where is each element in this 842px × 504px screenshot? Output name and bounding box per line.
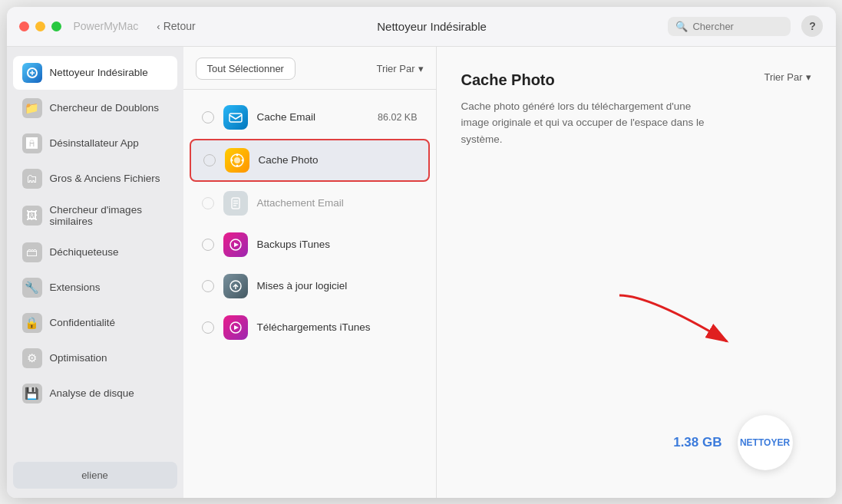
traffic-lights xyxy=(19,21,61,31)
chevron-left-icon: ‹ xyxy=(157,21,160,32)
sidebar-item-confidentialite[interactable]: 🔒 Confidentialité xyxy=(13,306,177,340)
label-cache-email: Cache Email xyxy=(257,111,369,123)
list-item-mises-jour[interactable]: Mises à jour logiciel xyxy=(190,266,430,306)
detail-title: Cache Photo xyxy=(461,71,811,89)
user-label: eliene xyxy=(81,469,108,481)
icon-attach-email xyxy=(223,191,248,216)
main-content: Nettoyeur Indésirable 📁 Chercheur de Dou… xyxy=(7,47,836,498)
right-panel: Cache Photo Cache photo généré lors du t… xyxy=(437,47,836,498)
svg-point-7 xyxy=(241,159,243,161)
label-backups-itunes: Backups iTunes xyxy=(257,239,418,250)
maximize-button[interactable] xyxy=(51,21,61,31)
doublons-icon: 📁 xyxy=(22,98,42,118)
list-item-telechargements[interactable]: Téléchargements iTunes xyxy=(190,308,430,348)
main-window: PowerMyMac ‹ Retour Nettoyeur Indésirabl… xyxy=(7,7,836,498)
middle-panel: Tout Sélectionner Trier Par ▾ Cache Emai… xyxy=(183,47,437,498)
sidebar-label-desinstallateur: Désinstallateur App xyxy=(50,137,139,149)
checkbox-cache-photo[interactable] xyxy=(203,154,216,166)
back-button[interactable]: ‹ Retour xyxy=(157,20,195,32)
sidebar-item-gros[interactable]: 🗂 Gros & Anciens Fichiers xyxy=(13,162,177,196)
icon-cache-email xyxy=(223,105,248,130)
sidebar-item-images[interactable]: 🖼 Chercheur d'images similaires xyxy=(13,197,177,234)
titlebar: PowerMyMac ‹ Retour Nettoyeur Indésirabl… xyxy=(7,7,836,47)
svg-point-6 xyxy=(230,159,233,161)
bottom-bar: 1.38 GB NETTOYER xyxy=(461,403,811,483)
app-name: PowerMyMac xyxy=(74,20,139,32)
analyse-icon: 💾 xyxy=(22,384,42,404)
optimisation-icon: ⚙ xyxy=(22,348,42,368)
sidebar-label-nettoyeur: Nettoyeur Indésirable xyxy=(50,67,148,78)
back-label: Retour xyxy=(163,20,196,32)
label-telechargements: Téléchargements iTunes xyxy=(257,321,418,333)
icon-backups-itunes xyxy=(223,232,248,257)
desinstallateur-icon: 🅰 xyxy=(22,133,42,153)
right-sort-button[interactable]: Trier Par ▾ xyxy=(764,71,811,83)
sidebar-item-nettoyeur[interactable]: Nettoyeur Indésirable xyxy=(13,56,177,90)
nettoyeur-icon xyxy=(22,63,42,83)
checkbox-telechargements[interactable] xyxy=(202,321,214,334)
help-button[interactable]: ? xyxy=(801,15,823,37)
sidebar-item-analyse[interactable]: 💾 Analyse de disque xyxy=(13,377,177,410)
label-cache-photo: Cache Photo xyxy=(259,154,416,166)
sidebar-item-optimisation[interactable]: ⚙ Optimisation xyxy=(13,341,177,375)
icon-mises-jour xyxy=(223,274,248,298)
header-title: Nettoyeur Indésirable xyxy=(377,20,487,33)
search-box[interactable]: 🔍 xyxy=(668,17,791,36)
search-icon: 🔍 xyxy=(675,21,688,32)
sidebar-label-gros: Gros & Anciens Fichiers xyxy=(50,173,160,184)
icon-cache-photo xyxy=(225,148,249,173)
sort-button[interactable]: Trier Par ▾ xyxy=(376,63,423,74)
images-icon: 🖼 xyxy=(22,206,42,226)
dechiq-icon: 🗃 xyxy=(22,242,42,262)
sidebar-label-extensions: Extensions xyxy=(50,282,101,293)
checkbox-mises-jour[interactable] xyxy=(202,280,214,292)
sidebar-label-analyse: Analyse de disque xyxy=(50,387,134,399)
sidebar-user: eliene xyxy=(13,462,177,489)
svg-rect-1 xyxy=(229,114,242,122)
checkbox-backups-itunes[interactable] xyxy=(202,239,214,251)
select-all-button[interactable]: Tout Sélectionner xyxy=(196,58,296,80)
sidebar-label-confidentialite: Confidentialité xyxy=(50,317,116,328)
confidentialite-icon: 🔒 xyxy=(22,313,42,333)
label-attach-email: Attachement Email xyxy=(257,197,418,209)
sidebar-label-images: Chercheur d'images similaires xyxy=(50,204,168,227)
sidebar-item-dechiq[interactable]: 🗃 Déchiqueteuse xyxy=(13,236,177,269)
svg-point-4 xyxy=(236,153,238,156)
red-arrow xyxy=(604,288,742,357)
minimize-button[interactable] xyxy=(35,21,45,31)
middle-toolbar: Tout Sélectionner Trier Par ▾ xyxy=(183,47,436,90)
search-input[interactable] xyxy=(692,21,783,32)
sidebar-label-dechiq: Déchiqueteuse xyxy=(50,246,119,258)
list-items: Cache Email 86.02 KB Cache Photo xyxy=(183,90,436,498)
sidebar-item-desinstallateur[interactable]: 🅰 Désinstallateur App xyxy=(13,127,177,160)
sidebar-label-optimisation: Optimisation xyxy=(50,352,107,364)
close-button[interactable] xyxy=(19,21,29,31)
extensions-icon: 🔧 xyxy=(22,278,42,298)
size-cache-email: 86.02 KB xyxy=(378,112,417,123)
list-item-cache-email[interactable]: Cache Email 86.02 KB xyxy=(190,97,430,137)
svg-point-5 xyxy=(236,164,238,166)
sidebar-item-doublons[interactable]: 📁 Chercheur de Doublons xyxy=(13,91,177,125)
sort-chevron-icon: ▾ xyxy=(418,63,424,74)
list-item-attach-email[interactable]: Attachement Email xyxy=(190,183,430,223)
sort-label: Trier Par xyxy=(376,63,414,74)
list-item-cache-photo[interactable]: Cache Photo xyxy=(190,139,430,182)
label-mises-jour: Mises à jour logiciel xyxy=(257,280,418,292)
total-size: 1.38 GB xyxy=(673,435,721,450)
list-item-backups-itunes[interactable]: Backups iTunes xyxy=(190,225,430,265)
checkbox-cache-email[interactable] xyxy=(202,111,214,124)
right-sort-chevron-icon: ▾ xyxy=(806,71,811,83)
sidebar-label-doublons: Chercheur de Doublons xyxy=(50,102,160,114)
icon-telechargements xyxy=(223,315,248,340)
right-sort-label: Trier Par xyxy=(764,71,802,83)
detail-description: Cache photo généré lors du téléchargemen… xyxy=(461,98,722,148)
svg-point-3 xyxy=(234,157,240,163)
sidebar-item-extensions[interactable]: 🔧 Extensions xyxy=(13,271,177,305)
checkbox-attach-email[interactable] xyxy=(202,197,214,209)
sidebar: Nettoyeur Indésirable 📁 Chercheur de Dou… xyxy=(7,47,183,498)
clean-button[interactable]: NETTOYER xyxy=(738,415,793,470)
gros-icon: 🗂 xyxy=(22,169,42,189)
